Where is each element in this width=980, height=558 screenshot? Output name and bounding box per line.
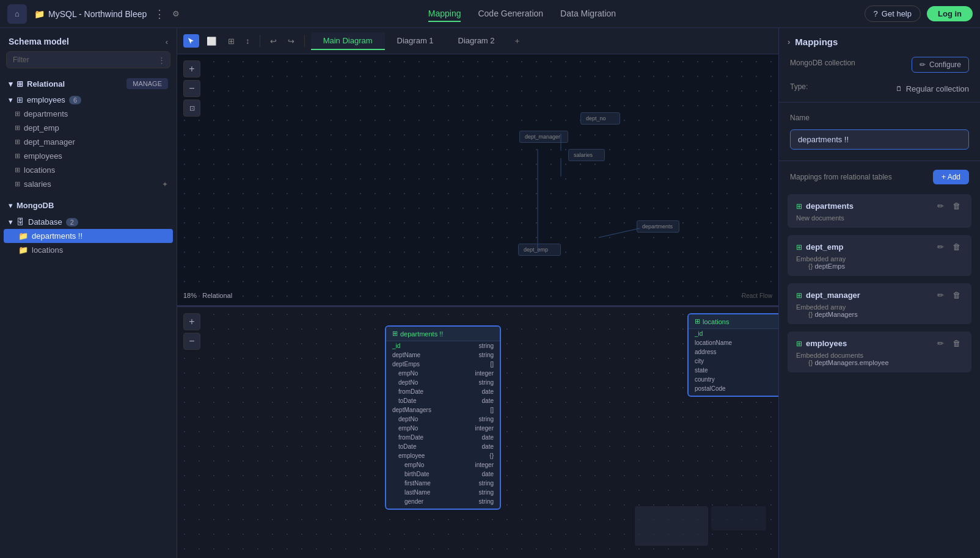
relational-group[interactable]: ▾ ⊞ Relational [9,79,65,89]
sidebar-item-departments[interactable]: ⊞ departments [0,107,177,121]
employees-group[interactable]: ▾ ⊞ employees 6 [0,93,177,107]
right-panel: › Mappings MongoDB collection ✏ Configur… [778,28,980,558]
diagram-tabs: Main Diagram Diagram 1 Diagram 2 ＋ [311,32,527,50]
redo-button[interactable]: ↪ [284,34,298,48]
employees-badge: 6 [69,96,81,104]
tab-diagram2[interactable]: Diagram 2 [446,32,507,50]
mapping-employees-sub2: {} deptManagers.employee [808,359,963,366]
edit-mapping-dept-emp-button[interactable]: ✏ [935,241,946,253]
manage-button[interactable]: MANAGE [126,78,168,89]
mini-node-5: dept_emp [518,244,561,256]
folder-icon: 📁 [18,245,28,255]
divider-2 [779,161,980,161]
dept-row-deptemps: deptEmps[] [386,360,500,369]
mapping-card-departments-header: ⊞ departments ✏ 🗑 [796,200,963,212]
mapping-card-dept-emp-header: ⊞ dept_emp ✏ 🗑 [796,241,963,253]
obj-icon: {} [808,263,813,270]
delete-mapping-dept-manager-button[interactable]: 🗑 [950,289,963,301]
collapse-sidebar-button[interactable]: ‹ [166,37,168,46]
diagram-lines [177,54,778,305]
name-label: Name [790,114,969,122]
add-mapping-button[interactable]: + Add [933,170,969,184]
topbar: ⌂ 📁 MySQL - Northwind Bleep ⋮ ⚙ Mapping … [0,0,980,28]
right-panel-header: › Mappings [779,28,980,52]
table-icon: ⊞ [796,243,802,252]
table-icon: ⊞ [15,180,20,188]
topbar-right: ? Get help Log in [865,5,973,22]
mapping-card-departments: ⊞ departments ✏ 🗑 New documents [788,194,971,228]
edit-mapping-departments-button[interactable]: ✏ [935,200,946,212]
sidebar-item-dept-manager[interactable]: ⊞ dept_manager [0,135,177,149]
zoom-in-button[interactable]: + [183,60,200,78]
delete-mapping-employees-button[interactable]: 🗑 [950,338,963,349]
tab-diagram1[interactable]: Diagram 1 [385,32,446,50]
tab-main-diagram[interactable]: Main Diagram [311,32,385,50]
edit-mapping-employees-button[interactable]: ✏ [935,338,946,349]
type-row: Type: 🗒 Regular collection [779,78,980,100]
mapping-dept-emp-sub: Embedded array [796,255,963,263]
sidebar-item-locations[interactable]: ⊞ locations [0,163,177,177]
filter-options-button[interactable]: ⋮ [158,56,166,65]
nav-data-migration[interactable]: Data Migration [560,6,616,22]
toolbar-separator-2 [304,35,305,47]
mapping-departments-title: departments [806,201,931,211]
chevron-down-icon: ▾ [9,79,13,89]
mapping-card-dept-emp: ⊞ dept_emp ✏ 🗑 Embedded array {} deptEmp… [788,235,971,276]
layout-button[interactable]: ⊞ [224,34,238,48]
dept-row-deptno: deptNostring [386,378,500,387]
fit-button[interactable]: ⊡ [183,100,200,117]
delete-mapping-departments-button[interactable]: 🗑 [950,200,963,212]
help-button[interactable]: ? Get help [865,5,921,22]
login-button[interactable]: Log in [927,6,973,21]
expand-panel-button[interactable]: › [788,37,790,46]
bottom-shape-2 [711,506,766,531]
nav-mapping[interactable]: Mapping [428,6,461,22]
box-select-button[interactable]: ⬜ [203,34,221,48]
chevron-down-icon: ▾ [9,95,13,104]
arrange-button[interactable]: ↕ [242,34,254,48]
pencil-icon: ✏ [920,60,926,69]
mapping-employees-sub: Embedded documents [796,352,963,359]
undo-button[interactable]: ↩ [266,34,280,48]
select-tool-button[interactable] [183,34,199,48]
more-options-button[interactable]: ⋮ [154,7,165,21]
mapping-card-employees: ⊞ employees ✏ 🗑 Embedded documents {} de… [788,332,971,372]
relational-diagram[interactable]: + − ⊡ 18% Relational React Flow dept_no … [177,54,778,307]
zoom-out-bottom-button[interactable]: − [183,333,200,350]
sidebar-item-salaries[interactable]: ⊞ salaries ✦ [0,177,177,191]
mapping-dept-manager-sub2: {} deptManagers [808,311,963,318]
add-diagram-button[interactable]: ＋ [507,32,527,50]
project-title: 📁 MySQL - Northwind Bleep [34,9,147,19]
edit-mapping-dept-manager-button[interactable]: ✏ [935,289,946,301]
zoom-out-button[interactable]: − [183,80,200,97]
sidebar-item-dept-emp[interactable]: ⊞ dept_emp [0,121,177,135]
collection-departments[interactable]: 📁 departments !! [4,229,173,243]
schema-model-title: Schema model [9,37,69,46]
chevron-down-icon: ▾ [9,217,13,226]
sidebar-item-employees[interactable]: ⊞ employees [0,149,177,163]
mappings-from-label: Mappings from relational tables [790,173,892,181]
mongodb-diagram[interactable]: ⊞ departments !! _idstring deptNamestrin… [177,307,778,558]
zoom-in-bottom-button[interactable]: + [183,313,200,330]
sidebar-header: Schema model ‹ [0,28,177,51]
mini-node-3: salaries [568,149,605,161]
toolbar-separator [260,35,260,47]
database-item[interactable]: ▾ 🗄 Database 2 [0,215,177,229]
mongodb-collection-row: MongoDB collection ✏ Configure [779,52,980,78]
mongodb-section: ▾ MongoDB ▾ 🗄 Database 2 📁 departments !… [0,196,177,257]
collection-locations[interactable]: 📁 locations [0,243,177,257]
react-flow-label: React Flow [742,292,772,299]
sidebar: Schema model ‹ ⋮ ▾ ⊞ Relational MANAGE ▾… [0,28,177,558]
home-button[interactable]: ⌂ [7,4,27,24]
zoom-level: 18% Relational [183,292,232,299]
nav-code-generation[interactable]: Code Generation [478,6,543,22]
filter-input[interactable] [6,51,170,68]
diagram-content: + − ⊡ 18% Relational React Flow dept_no … [177,54,778,558]
delete-mapping-dept-emp-button[interactable]: 🗑 [950,241,963,253]
mappings-header: Mappings from relational tables + Add [779,164,980,190]
settings-button[interactable]: ⚙ [172,9,180,18]
configure-button[interactable]: ✏ Configure [912,57,969,73]
table-icon: ⊞ [15,138,20,146]
name-input[interactable] [790,129,969,150]
folder-icon: 📁 [18,231,28,241]
